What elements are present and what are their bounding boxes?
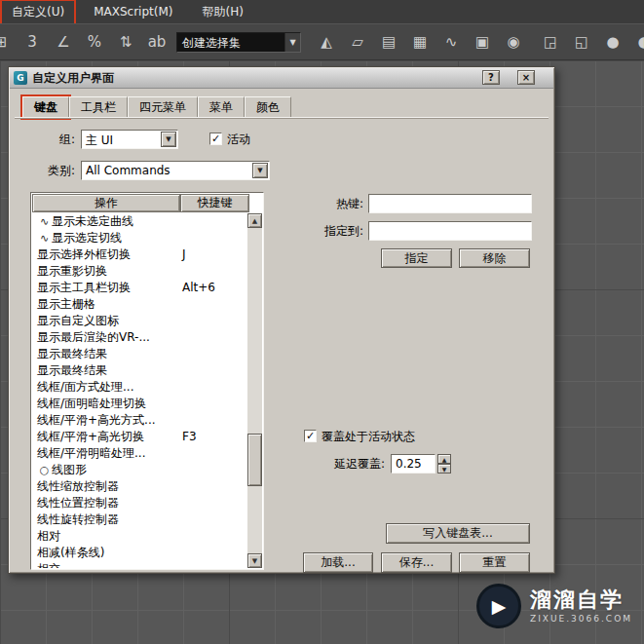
curve-editor-icon[interactable]: ∿ <box>436 27 466 57</box>
delay-input[interactable] <box>391 454 436 474</box>
watermark-title: 溜溜自学 <box>530 588 632 612</box>
category-dropdown[interactable]: All Commands ▼ <box>81 161 270 180</box>
mirror-icon[interactable]: ◭ <box>312 27 341 57</box>
save-button[interactable]: 保存... <box>381 552 452 573</box>
scroll-down-icon[interactable]: ▼ <box>247 553 262 568</box>
list-scrollbar[interactable]: ▲ ▼ <box>247 213 262 568</box>
table-row[interactable]: 线性缩放控制器 <box>32 478 247 495</box>
scrollbar-thumb[interactable] <box>247 434 262 487</box>
dialog-titlebar[interactable]: G 自定义用户界面 <box>10 68 553 89</box>
menu-bar: 自定义(U) MAXScript(M) 帮助(H) <box>0 0 644 23</box>
table-row[interactable]: ∿显示未选定曲线 <box>32 213 247 230</box>
table-row[interactable]: 线框/平滑+高光方式... <box>32 412 247 429</box>
hotkey-input[interactable] <box>368 194 532 213</box>
assigned-to-label: 指定到: <box>282 221 363 241</box>
table-row[interactable]: 相减(样条线) <box>32 545 247 561</box>
angle-snap-icon[interactable]: ∠ <box>49 27 78 57</box>
unselected-curves-icon: ∿ <box>37 213 52 230</box>
table-row[interactable]: 显示最终结果 <box>32 346 247 362</box>
customize-ui-dialog: G 自定义用户界面 ? × 键盘 工具栏 四元菜单 菜单 颜色 组: 主 UI … <box>8 66 555 574</box>
tab-keyboard[interactable]: 键盘 <box>22 96 69 118</box>
action-cell: 显示自定义图标 <box>37 314 119 327</box>
table-row[interactable]: 显示主工具栏切换Alt+6 <box>32 280 247 296</box>
align-icon[interactable]: ▱ <box>343 27 372 57</box>
delay-spinner[interactable]: ▲ ▼ <box>437 454 451 474</box>
action-cell: 线图形 <box>52 463 87 476</box>
action-cell: 显示选择外框切换 <box>37 247 131 261</box>
close-button[interactable]: × <box>517 70 535 85</box>
menu-item-customize[interactable]: 自定义(U) <box>2 1 74 23</box>
layer-manager-icon[interactable]: ▤ <box>374 27 403 57</box>
spinner-up-icon[interactable]: ▲ <box>437 454 451 464</box>
action-cell: 显示主工具栏切换 <box>37 281 131 294</box>
clipped-toolbar-icon[interactable]: ⊞ <box>0 27 16 57</box>
schematic-view-icon[interactable]: ▣ <box>468 27 497 57</box>
shortcut-cell: Alt+6 <box>182 280 215 296</box>
tab-quads[interactable]: 四元菜单 <box>128 96 198 118</box>
table-row[interactable]: 显示重影切换 <box>32 263 247 280</box>
assign-button[interactable]: 指定 <box>381 248 452 268</box>
tab-menus[interactable]: 菜单 <box>198 96 245 118</box>
menu-item-maxscript[interactable]: MAXScript(M) <box>84 2 182 21</box>
chevron-down-icon[interactable]: ▼ <box>252 163 268 178</box>
percent-snap-icon[interactable]: % <box>80 27 109 57</box>
action-cell: 显示选定切线 <box>52 231 122 245</box>
table-row[interactable]: 线框/平滑+高光切换F3 <box>32 429 247 445</box>
group-dropdown[interactable]: 主 UI ▼ <box>81 130 178 149</box>
action-cell: 线框/面明暗处理切换 <box>37 397 146 410</box>
remove-button[interactable]: 移除 <box>459 248 530 268</box>
material-editor-icon[interactable]: ◉ <box>499 27 528 57</box>
table-row[interactable]: 线框/面方式处理... <box>32 379 247 396</box>
shortcut-cell: J <box>182 246 186 263</box>
menu-item-help[interactable]: 帮助(H) <box>192 1 252 23</box>
table-row[interactable]: 显示最后渲染的VR-... <box>32 329 247 346</box>
render-production-icon[interactable]: ● <box>598 27 627 57</box>
column-header-shortcut[interactable]: 快捷键 <box>180 194 249 212</box>
table-row[interactable]: 线性旋转控制器 <box>32 511 247 528</box>
table-row[interactable]: 相对 <box>32 528 247 545</box>
overrides-active-checkbox[interactable]: ✓ <box>304 430 317 442</box>
activeshade-icon[interactable]: ◐ <box>629 27 644 57</box>
load-button[interactable]: 加载... <box>303 552 373 573</box>
spinner-down-icon[interactable]: ▼ <box>437 464 451 474</box>
table-row[interactable]: 显示自定义图标 <box>32 313 247 329</box>
table-row[interactable]: ○线图形 <box>32 462 247 478</box>
graphite-tools-icon[interactable]: ▦ <box>405 27 435 57</box>
action-cell: 线框/面方式处理... <box>37 380 134 394</box>
category-value: All Commands <box>86 164 170 177</box>
watermark-subtitle: ZIXUE.3066.COM <box>530 614 632 624</box>
active-checkbox[interactable]: ✓ <box>209 133 222 145</box>
group-value: 主 UI <box>86 133 113 149</box>
column-header-action[interactable]: 操作 <box>32 194 180 212</box>
reset-button[interactable]: 重置 <box>459 552 530 573</box>
spinner-snap-icon[interactable]: ⇅ <box>111 27 140 57</box>
assigned-to-input[interactable] <box>368 221 532 241</box>
main-toolbar: ⊞ 3 ∠ % ⇅ ab 创建选择集 ▼ ◭ ▱ ▤ ▦ ∿ ▣ ◉ ◲ ◱ ●… <box>0 23 644 60</box>
chevron-down-icon[interactable]: ▼ <box>161 132 176 147</box>
table-row[interactable]: 显示主栅格 <box>32 296 247 313</box>
action-list: 操作 快捷键 ∿显示未选定曲线 ∿显示选定切线 显示选择外框切换J 显示重影切换… <box>30 192 264 570</box>
edit-named-selection-sets-icon[interactable]: ab <box>142 27 171 57</box>
render-setup-icon[interactable]: ◲ <box>536 27 565 57</box>
tab-toolbars[interactable]: 工具栏 <box>69 96 128 118</box>
table-row[interactable]: 线框/平滑明暗处理... <box>32 445 247 462</box>
write-keyboard-chart-button[interactable]: 写入键盘表... <box>386 523 530 544</box>
action-cell: 线框/平滑+高光切换 <box>37 430 144 443</box>
action-cell: 线性位置控制器 <box>37 496 119 510</box>
tab-underline <box>15 117 549 119</box>
scroll-up-icon[interactable]: ▲ <box>247 213 262 228</box>
tab-colors[interactable]: 颜色 <box>245 96 291 118</box>
rendered-frame-icon[interactable]: ◱ <box>567 27 596 57</box>
named-selection-set-combo[interactable]: 创建选择集 ▼ <box>176 32 301 53</box>
help-button[interactable]: ? <box>482 70 500 85</box>
chevron-down-icon[interactable]: ▼ <box>284 33 300 52</box>
table-row[interactable]: ∿显示选定切线 <box>32 230 247 246</box>
table-row[interactable]: 显示最终结果 <box>32 362 247 379</box>
table-row[interactable]: 线框/面明暗处理切换 <box>32 396 247 412</box>
table-row[interactable]: 相交 <box>32 561 247 568</box>
table-row[interactable]: 显示选择外框切换J <box>32 246 247 263</box>
line-shape-icon: ○ <box>37 462 52 478</box>
table-row[interactable]: 线性位置控制器 <box>32 495 247 511</box>
overrides-active-label: 覆盖处于活动状态 <box>322 427 415 446</box>
snap-toggle-3d-icon[interactable]: 3 <box>18 27 47 57</box>
